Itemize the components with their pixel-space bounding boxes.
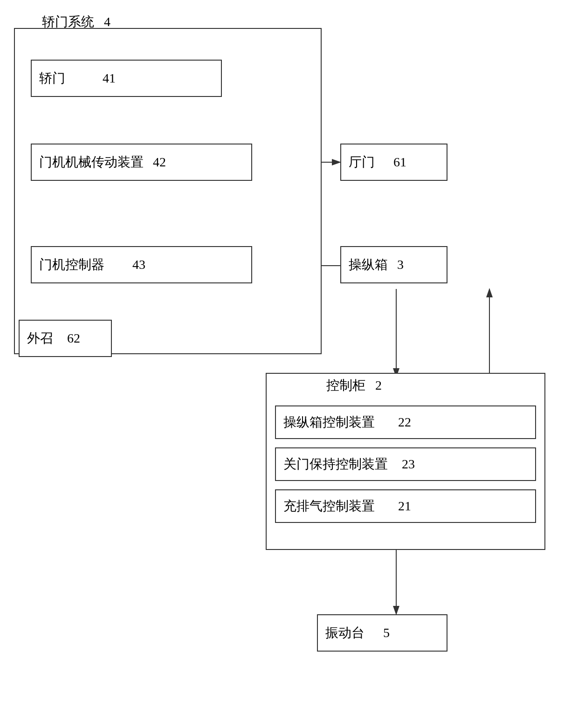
kongzhigui-title: 控制柜 2 — [326, 377, 382, 394]
menjichuandong-number: 42 — [153, 155, 166, 170]
zhendong-box: 振动台 5 — [317, 614, 447, 652]
zhendong-number: 5 — [383, 625, 390, 640]
chongpaiqi-label: 充排气控制装置 — [283, 497, 375, 515]
menjichuandong-box: 门机机械传动装置 42 — [31, 144, 252, 181]
guanmenbaochi-label: 关门保持控制装置 — [283, 455, 388, 473]
caozongxiangkongzhi-number: 22 — [398, 415, 411, 430]
diagram-container: 轿门 轿门系统 4 轿门 41 门机机械传动装置 42 门机控制器 43 厅门 … — [0, 0, 578, 728]
zhendong-label: 振动台 — [325, 624, 365, 642]
menjikongzhi-number: 43 — [132, 257, 145, 272]
jiaomen-label: 轿门 — [39, 69, 65, 87]
jiaomen-box: 轿门 41 — [31, 60, 222, 97]
guanmenbaochi-number: 23 — [402, 457, 415, 472]
chongpaiqi-box: 充排气控制装置 21 — [275, 489, 536, 523]
caozongxiangkongzhi-box: 操纵箱控制装置 22 — [275, 405, 536, 439]
caozongxiang-label: 操纵箱 — [349, 256, 388, 274]
caozongxiang-number: 3 — [397, 257, 404, 272]
menjikongzhi-label: 门机控制器 — [39, 256, 104, 274]
tingmen-box: 厅门 61 — [340, 144, 447, 181]
menjichuandong-label: 门机机械传动装置 — [39, 153, 144, 171]
chongpaiqi-number: 21 — [398, 499, 411, 514]
waizhao-box: 外召 62 — [19, 320, 112, 357]
caozongxiangkongzhi-label: 操纵箱控制装置 — [283, 413, 375, 431]
tingmen-label: 厅门 — [349, 153, 375, 171]
tingmen-number: 61 — [393, 155, 406, 170]
waizhao-label: 外召 — [27, 330, 53, 347]
jiaomen-number: 41 — [103, 71, 116, 86]
guanmenbaochibox: 关门保持控制装置 23 — [275, 447, 536, 481]
menjikongzhi-box: 门机控制器 43 — [31, 246, 252, 283]
waizhao-number: 62 — [67, 331, 80, 346]
caozongxiang-box: 操纵箱 3 — [340, 246, 447, 283]
